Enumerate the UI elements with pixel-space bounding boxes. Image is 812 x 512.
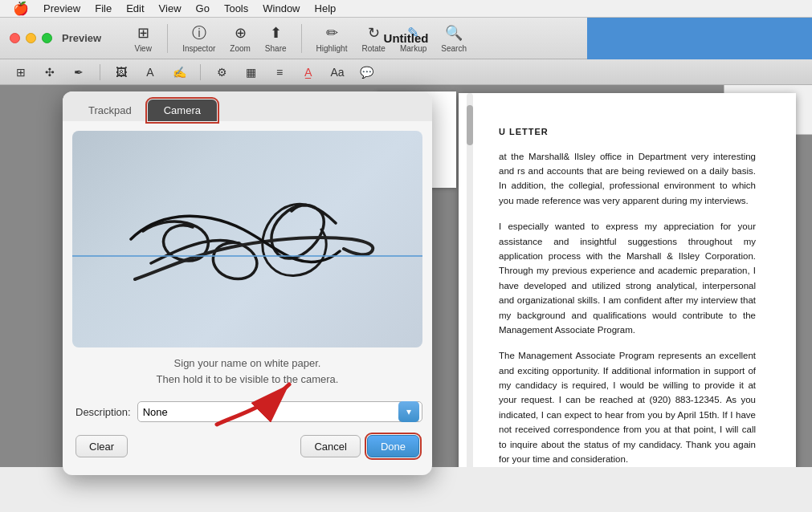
doc-para-3: The Management Associate Program represe… (499, 348, 756, 466)
close-button[interactable] (10, 33, 20, 43)
camera-view (72, 131, 422, 347)
view-icon: ⊞ (133, 23, 153, 43)
zoom-icon: ⊕ (231, 23, 250, 43)
share-label: Share (265, 44, 287, 53)
pen-btn[interactable]: ✒ (67, 63, 90, 81)
search-label: Search (441, 44, 467, 53)
view-label: View (134, 44, 152, 53)
tab-trackpad[interactable]: Trackpad (72, 100, 148, 121)
window-title: Untitled (384, 31, 429, 45)
share-icon: ⬆ (266, 23, 285, 43)
signature-container (72, 131, 422, 347)
menu-view[interactable]: View (153, 1, 188, 16)
app-name: Preview (62, 32, 101, 44)
fullscreen-button[interactable] (42, 33, 52, 43)
text-btn[interactable]: A (139, 63, 161, 81)
image-btn[interactable]: 🖼 (110, 63, 133, 81)
toolbar-search[interactable]: 🔍 Search (441, 23, 467, 53)
done-button[interactable]: Done (367, 435, 419, 457)
inspector-icon: ⓘ (190, 23, 209, 43)
toolbar-share[interactable]: ⬆ Share (265, 23, 287, 53)
signature-svg (111, 159, 384, 319)
font-btn[interactable]: Aa (326, 63, 349, 81)
cancel-button[interactable]: Cancel (300, 435, 360, 457)
doc-para-1: at the Marshall& Ilsley office in Depart… (499, 149, 756, 209)
toolbar-sep-1 (167, 24, 168, 53)
adjust-btn[interactable]: ⚙ (210, 63, 233, 81)
arrange-btn[interactable]: ≡ (268, 63, 291, 81)
sign-btn[interactable]: ✍ (168, 63, 190, 81)
menu-window[interactable]: Window (256, 1, 306, 16)
arrow-svg (209, 368, 305, 433)
highlight-label: Highlight (316, 44, 348, 53)
clear-button[interactable]: Clear (75, 435, 128, 457)
toolbar-inspector[interactable]: ⓘ Inspector (182, 23, 215, 53)
zoom-label: Zoom (230, 44, 251, 53)
scrollbar-thumb[interactable] (467, 105, 473, 145)
menu-edit[interactable]: Edit (120, 1, 150, 16)
cursor-btn[interactable]: ✣ (39, 63, 61, 81)
search-icon: 🔍 (444, 23, 463, 43)
toolbar-rotate[interactable]: ↻ Rotate (361, 23, 385, 53)
dialog-tabs: Trackpad Camera (63, 91, 432, 121)
t2-sep (100, 64, 100, 80)
menu-file[interactable]: File (88, 1, 118, 16)
toolbar-sep-2 (301, 24, 302, 53)
border-btn[interactable]: ▦ (239, 63, 262, 81)
description-label: Description: (75, 406, 131, 418)
blue-header-bar (587, 18, 812, 59)
menu-preview[interactable]: Preview (37, 1, 87, 16)
t2-sep2 (200, 64, 201, 80)
title-bar: Preview Untitled ⊞ View ⓘ Inspector ⊕ Zo… (0, 18, 812, 59)
menu-tools[interactable]: Tools (218, 1, 255, 16)
arrow-annotation (209, 368, 305, 435)
inspector-label: Inspector (182, 44, 215, 53)
menu-bar: 🍎 Preview File Edit View Go Tools Window… (0, 0, 812, 18)
comment-btn[interactable]: 💬 (355, 63, 377, 81)
dropdown-arrow-icon[interactable]: ▾ (398, 401, 419, 422)
sidebar-btn[interactable]: ⊞ (10, 63, 32, 81)
toolbar-view[interactable]: ⊞ View (133, 23, 153, 53)
menu-go[interactable]: Go (190, 1, 216, 16)
traffic-lights (10, 33, 52, 43)
document-scrollbar[interactable] (467, 93, 473, 467)
doc-para-2: I especially wanted to express my apprec… (499, 219, 756, 337)
doc-title: U LETTER (499, 125, 756, 140)
toolbar-zoom[interactable]: ⊕ Zoom (230, 23, 251, 53)
tab-camera[interactable]: Camera (148, 100, 217, 121)
main-area: ⊞ ▾ Macros U LETTER at the Marshall& Ils… (0, 85, 812, 467)
minimize-button[interactable] (26, 33, 36, 43)
menu-help[interactable]: Help (308, 1, 343, 16)
toolbar-highlight[interactable]: ✏ Highlight (316, 23, 348, 53)
markup-label: Markup (400, 44, 426, 53)
color-btn[interactable]: A̲ (297, 63, 320, 81)
document-paper: U LETTER at the Marshall& Ilsley office … (459, 93, 796, 467)
toolbar2: ⊞ ✣ ✒ 🖼 A ✍ ⚙ ▦ ≡ A̲ Aa 💬 (0, 59, 812, 85)
apple-menu[interactable]: 🍎 (6, 0, 35, 18)
rotate-icon: ↻ (364, 23, 383, 43)
window-title-area: Untitled (384, 31, 429, 45)
highlight-icon: ✏ (322, 23, 341, 43)
rotate-label: Rotate (361, 44, 385, 53)
